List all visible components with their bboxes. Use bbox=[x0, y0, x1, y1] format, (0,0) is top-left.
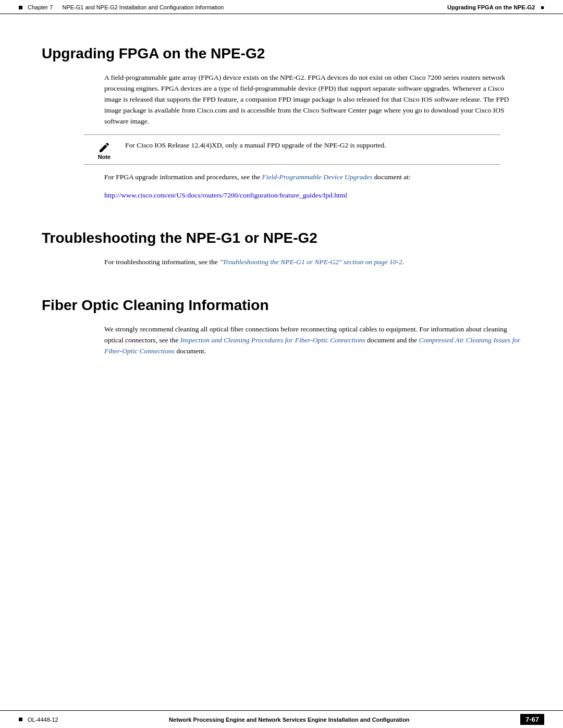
main-content: Upgrading FPGA on the NPE-G2 A field-pro… bbox=[0, 14, 563, 396]
page-header: Chapter 7 NPE-G1 and NPE-G2 Installation… bbox=[0, 0, 563, 14]
page-number: 7-67 bbox=[520, 714, 544, 725]
footer-left-square bbox=[19, 718, 22, 721]
section1-fpga-link-para: For FPGA upgrade information and procedu… bbox=[104, 172, 521, 183]
chapter-label: Chapter 7 bbox=[28, 4, 53, 10]
note-text: For Cisco IOS Release 12.4(4)XD, only a … bbox=[125, 139, 500, 151]
note-icon-area: Note bbox=[83, 139, 125, 160]
footer-left: OL-4448-12 bbox=[19, 717, 58, 723]
footer-right: 7-67 bbox=[520, 714, 544, 725]
section2-body: For troubleshooting information, see the… bbox=[104, 257, 521, 268]
section1-title: Upgrading FPGA on the NPE-G2 bbox=[42, 45, 521, 62]
troubleshooting-link[interactable]: "Troubleshooting the NPE-G1 or NPE-G2" s… bbox=[219, 258, 402, 266]
footer-doc-num: OL-4448-12 bbox=[28, 717, 58, 723]
section3-body: We strongly recommend cleaning all optic… bbox=[104, 324, 521, 357]
header-right: Upgrading FPGA on the NPE-G2 ■ bbox=[447, 4, 544, 10]
fpga-url-link[interactable]: http://www.cisco.com/en/US/docs/routers/… bbox=[104, 191, 347, 199]
section1-url-para: http://www.cisco.com/en/US/docs/routers/… bbox=[104, 190, 521, 201]
section2-title: Troubleshooting the NPE-G1 or NPE-G2 bbox=[42, 230, 521, 246]
note-box: Note For Cisco IOS Release 12.4(4)XD, on… bbox=[83, 134, 500, 165]
header-left-square bbox=[19, 6, 22, 9]
note-label: Note bbox=[98, 154, 111, 160]
pencil-icon bbox=[98, 141, 111, 154]
footer-center-text: Network Processing Engine and Network Se… bbox=[58, 717, 520, 723]
section3-title: Fiber Optic Cleaning Information bbox=[42, 297, 521, 314]
fpga-upgrade-link[interactable]: Field-Programmable Device Upgrades bbox=[262, 173, 373, 181]
header-right-label: Upgrading FPGA on the NPE-G2 bbox=[447, 4, 535, 10]
header-separator bbox=[56, 4, 59, 10]
chapter-title: NPE-G1 and NPE-G2 Installation and Confi… bbox=[62, 4, 224, 10]
header-right-square: ■ bbox=[541, 4, 544, 10]
section1-body: A field-programmable gate array (FPGA) d… bbox=[104, 72, 521, 127]
page-footer: OL-4448-12 Network Processing Engine and… bbox=[0, 710, 563, 728]
header-left: Chapter 7 NPE-G1 and NPE-G2 Installation… bbox=[19, 4, 224, 10]
inspection-cleaning-link[interactable]: Inspection and Cleaning Procedures for F… bbox=[180, 336, 365, 344]
